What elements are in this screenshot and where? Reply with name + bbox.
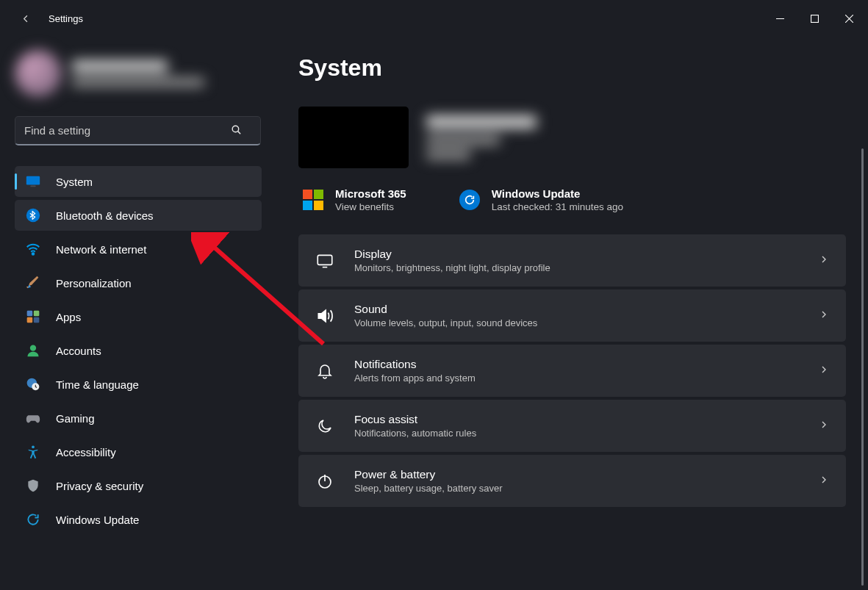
scrollbar[interactable] [861, 148, 864, 586]
power-icon [315, 471, 335, 492]
chevron-right-icon [818, 419, 830, 433]
sidebar-item-system[interactable]: System [15, 166, 262, 197]
settings-item-sound[interactable]: Sound Volume levels, output, input, soun… [298, 289, 846, 342]
chevron-right-icon [818, 474, 830, 489]
display-monitor-icon [25, 173, 41, 190]
sidebar-item-accessibility[interactable]: Accessibility [15, 436, 262, 467]
app-title: Settings [49, 13, 83, 24]
settings-subtitle: Notifications, automatic rules [354, 428, 799, 439]
avatar [15, 50, 62, 97]
back-button[interactable] [15, 7, 37, 29]
shield-icon [25, 478, 41, 494]
sidebar-item-label: Network & internet [56, 243, 146, 256]
minimize-icon [776, 15, 784, 23]
microsoft-365-link[interactable]: Microsoft 365 View benefits [303, 187, 406, 212]
bell-icon [315, 361, 335, 381]
person-icon [25, 342, 41, 359]
sidebar-item-gaming[interactable]: Gaming [15, 403, 262, 433]
windows-update-link[interactable]: Windows Update Last checked: 31 minutes … [459, 187, 623, 212]
back-arrow-icon [20, 12, 32, 25]
profile-text [72, 60, 204, 87]
settings-item-display[interactable]: Display Monitors, brightness, night ligh… [298, 234, 846, 287]
sidebar-item-label: Gaming [56, 412, 95, 425]
svg-rect-0 [811, 15, 819, 22]
speaker-icon [315, 306, 335, 326]
close-icon [845, 15, 853, 23]
minimize-button[interactable] [763, 4, 797, 32]
sync-icon [25, 511, 41, 528]
search-input[interactable] [15, 116, 261, 145]
settings-list: Display Monitors, brightness, night ligh… [298, 234, 846, 507]
svg-rect-14 [318, 255, 332, 265]
sidebar-item-network[interactable]: Network & internet [15, 234, 262, 265]
chevron-right-icon [818, 364, 830, 378]
window-controls [763, 4, 867, 32]
page-title: System [298, 54, 846, 82]
sidebar-item-apps[interactable]: Apps [15, 301, 262, 332]
settings-title: Focus assist [354, 413, 799, 426]
settings-item-focus[interactable]: Focus assist Notifications, automatic ru… [298, 400, 846, 452]
sidebar-item-privacy[interactable]: Privacy & security [15, 470, 262, 501]
link-title: Microsoft 365 [335, 187, 406, 200]
main-content: System Microsoft 365 View benefits Wi [272, 37, 868, 590]
display-icon [315, 251, 335, 271]
nav-list: System Bluetooth & devices Network & int… [15, 166, 262, 535]
device-thumbnail [298, 107, 409, 168]
svg-point-13 [32, 445, 35, 448]
link-subtitle: View benefits [335, 201, 406, 212]
sidebar-item-label: Apps [56, 311, 81, 323]
sidebar-item-label: Accounts [56, 345, 101, 357]
svg-rect-9 [34, 317, 40, 323]
sidebar-item-personalization[interactable]: Personalization [15, 267, 262, 298]
chevron-right-icon [818, 253, 830, 268]
settings-item-notifications[interactable]: Notifications Alerts from apps and syste… [298, 345, 846, 397]
bluetooth-icon [25, 207, 41, 223]
svg-rect-6 [27, 311, 33, 317]
quick-links: Microsoft 365 View benefits Windows Upda… [298, 187, 846, 212]
search-wrapper [15, 116, 262, 145]
settings-subtitle: Monitors, brightness, night light, displ… [354, 262, 799, 273]
settings-subtitle: Alerts from apps and system [354, 373, 799, 384]
accessibility-icon [25, 444, 41, 460]
moon-icon [315, 416, 335, 436]
user-profile[interactable] [15, 44, 262, 103]
wifi-icon [25, 241, 41, 257]
svg-rect-3 [30, 186, 35, 187]
sidebar-item-label: Time & language [56, 378, 139, 391]
svg-point-10 [30, 345, 36, 351]
settings-subtitle: Sleep, battery usage, battery saver [354, 483, 799, 494]
titlebar: Settings [0, 0, 868, 37]
settings-title: Notifications [354, 358, 799, 371]
settings-subtitle: Volume levels, output, input, sound devi… [354, 317, 799, 328]
microsoft-365-icon [303, 190, 323, 210]
device-name-block [426, 115, 537, 159]
maximize-button[interactable] [797, 4, 832, 32]
sidebar-item-label: Accessibility [56, 446, 116, 458]
link-subtitle: Last checked: 31 minutes ago [492, 201, 623, 212]
sidebar-item-label: Personalization [56, 277, 132, 289]
svg-point-1 [232, 126, 239, 132]
search-icon [230, 123, 243, 139]
windows-update-icon [459, 190, 480, 210]
svg-rect-2 [26, 176, 40, 185]
close-button[interactable] [832, 4, 867, 32]
sidebar-item-update[interactable]: Windows Update [15, 504, 262, 535]
sidebar-item-time[interactable]: Time & language [15, 369, 262, 400]
settings-title: Power & battery [354, 468, 799, 481]
sidebar-item-bluetooth[interactable]: Bluetooth & devices [15, 200, 262, 231]
settings-title: Display [354, 248, 799, 261]
sidebar-item-label: Privacy & security [56, 480, 143, 492]
sidebar-item-label: Bluetooth & devices [56, 209, 154, 222]
paintbrush-icon [25, 275, 41, 291]
svg-rect-8 [27, 317, 33, 323]
maximize-icon [811, 15, 819, 23]
chevron-right-icon [818, 309, 830, 323]
svg-rect-7 [34, 311, 40, 317]
svg-point-5 [32, 253, 35, 255]
device-summary [298, 107, 846, 168]
sidebar: System Bluetooth & devices Network & int… [0, 37, 272, 590]
settings-title: Sound [354, 303, 799, 316]
settings-item-power[interactable]: Power & battery Sleep, battery usage, ba… [298, 455, 846, 507]
sidebar-item-accounts[interactable]: Accounts [15, 335, 262, 366]
link-title: Windows Update [492, 187, 623, 200]
